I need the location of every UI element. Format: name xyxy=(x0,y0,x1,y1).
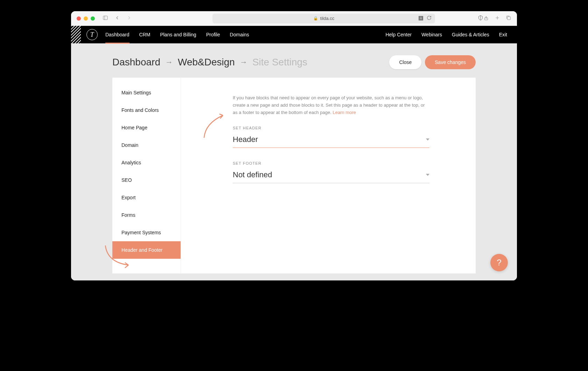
header-dropdown-value: Header xyxy=(233,135,258,144)
nav-webinars[interactable]: Webinars xyxy=(421,32,442,37)
breadcrumbs: Dashboard → Web&Design → Site Settings xyxy=(112,57,307,68)
minimize-window-button[interactable] xyxy=(84,16,88,21)
nav-pattern-decoration xyxy=(71,26,81,43)
footer-dropdown[interactable]: Not defined xyxy=(233,170,429,183)
tilda-logo[interactable]: T xyxy=(86,29,98,40)
help-fab-button[interactable]: ? xyxy=(490,254,508,271)
breadcrumb-dashboard[interactable]: Dashboard xyxy=(112,57,160,68)
close-window-button[interactable] xyxy=(77,16,81,21)
header-actions: Close Save changes xyxy=(389,55,476,69)
translate-icon[interactable]: 🅰 xyxy=(419,16,423,21)
question-mark-icon: ? xyxy=(497,258,501,267)
breadcrumb-row: Dashboard → Web&Design → Site Settings C… xyxy=(112,43,476,78)
annotation-arrow-icon xyxy=(201,109,229,141)
nav-plans-billing[interactable]: Plans and Billing xyxy=(160,26,196,43)
address-url: tilda.cc xyxy=(320,16,334,21)
footer-dropdown-value: Not defined xyxy=(233,170,272,179)
forward-button[interactable] xyxy=(126,15,132,22)
svg-rect-0 xyxy=(103,16,107,20)
lock-icon: 🔒 xyxy=(313,16,318,21)
sidebar-item-domain[interactable]: Domain xyxy=(112,136,181,154)
reload-icon[interactable] xyxy=(427,15,432,21)
privacy-shield-icon[interactable] xyxy=(478,15,483,22)
new-tab-icon[interactable] xyxy=(495,15,500,22)
close-button[interactable]: Close xyxy=(389,55,421,69)
nav-exit[interactable]: Exit xyxy=(499,32,507,37)
tabs-icon[interactable] xyxy=(506,15,511,22)
sidebar-toggle-icon[interactable] xyxy=(103,15,108,22)
sidebar-item-header-footer[interactable]: Header and Footer xyxy=(112,241,181,259)
save-changes-button[interactable]: Save changes xyxy=(425,55,476,69)
settings-main-area: If you have blocks that need to appear o… xyxy=(181,78,476,273)
sidebar-item-seo[interactable]: SEO xyxy=(112,171,181,189)
sidebar-item-payment-systems[interactable]: Payment Systems xyxy=(112,224,181,241)
sidebar-item-analytics[interactable]: Analytics xyxy=(112,154,181,171)
breadcrumb-site[interactable]: Web&Design xyxy=(178,57,235,68)
breadcrumb-current: Site Settings xyxy=(252,57,307,68)
sidebar-item-main-settings[interactable]: Main Settings xyxy=(112,84,181,101)
header-dropdown[interactable]: Header xyxy=(233,135,429,148)
traffic-lights xyxy=(77,16,95,21)
nav-dashboard[interactable]: Dashboard xyxy=(105,26,130,43)
nav-profile[interactable]: Profile xyxy=(206,26,220,43)
share-icon[interactable] xyxy=(483,15,489,22)
nav-domains[interactable]: Domains xyxy=(230,26,249,43)
maximize-window-button[interactable] xyxy=(91,16,95,21)
description-text: If you have blocks that need to appear o… xyxy=(233,94,429,116)
set-footer-label: SET FOOTER xyxy=(233,161,429,165)
svg-rect-7 xyxy=(507,16,511,20)
breadcrumb-arrow-icon: → xyxy=(165,58,173,67)
nav-right: Help Center Webinars Guides & Articles E… xyxy=(385,32,507,37)
sidebar-item-export[interactable]: Export xyxy=(112,189,181,206)
sidebar-item-fonts-colors[interactable]: Fonts and Colors xyxy=(112,101,181,119)
page-body: Dashboard → Web&Design → Site Settings C… xyxy=(71,43,517,280)
nav-help-center[interactable]: Help Center xyxy=(385,32,412,37)
nav-crm[interactable]: CRM xyxy=(139,26,150,43)
sidebar-item-home-page[interactable]: Home Page xyxy=(112,119,181,136)
sidebar-item-forms[interactable]: Forms xyxy=(112,206,181,224)
breadcrumb-arrow-icon: → xyxy=(240,58,247,67)
settings-panel: Main Settings Fonts and Colors Home Page… xyxy=(112,78,476,273)
app-content: T Dashboard CRM Plans and Billing Profil… xyxy=(71,26,517,280)
learn-more-link[interactable]: Learn more xyxy=(332,110,356,115)
chevron-down-icon xyxy=(426,174,429,176)
address-bar[interactable]: 🔒 tilda.cc 🅰 xyxy=(212,14,435,23)
chevron-down-icon xyxy=(426,138,429,141)
nav-guides[interactable]: Guides & Articles xyxy=(452,32,489,37)
back-button[interactable] xyxy=(114,15,120,22)
settings-sidebar: Main Settings Fonts and Colors Home Page… xyxy=(112,78,181,273)
browser-chrome: 🔒 tilda.cc 🅰 xyxy=(71,11,517,26)
top-nav: T Dashboard CRM Plans and Billing Profil… xyxy=(71,26,517,43)
nav-left: Dashboard CRM Plans and Billing Profile … xyxy=(105,26,249,43)
set-header-label: SET HEADER xyxy=(233,126,429,130)
browser-window: 🔒 tilda.cc 🅰 T xyxy=(71,11,517,280)
